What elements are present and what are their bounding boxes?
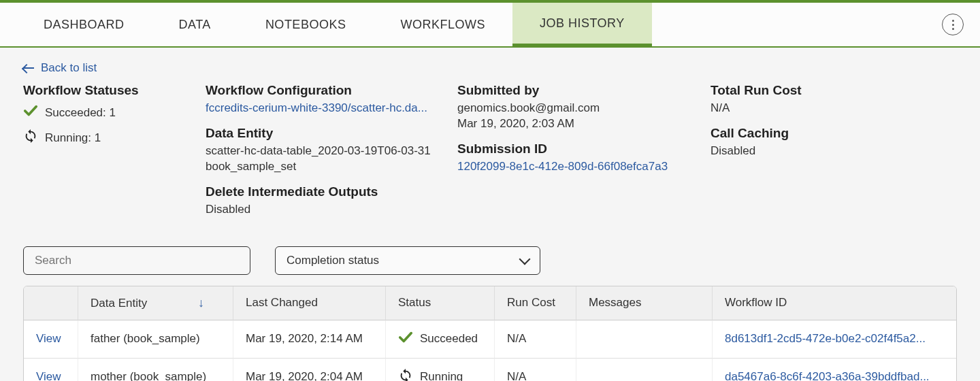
submitted-date: Mar 19, 2020, 2:03 AM xyxy=(457,116,698,132)
status-column: Workflow Statuses Succeeded: 1 Running: … xyxy=(23,83,206,227)
tab-data[interactable]: DATA xyxy=(152,3,238,46)
header-view xyxy=(24,286,78,320)
submission-id-value[interactable]: 120f2099-8e1c-412e-809d-66f08efca7a3 xyxy=(457,159,698,175)
config-column: Workflow Configuration fccredits-cerium-… xyxy=(206,83,457,227)
check-icon xyxy=(398,330,413,348)
cell-changed: Mar 19, 2020, 2:14 AM xyxy=(233,320,386,359)
header-run-cost[interactable]: Run Cost xyxy=(495,286,576,320)
back-link-label: Back to list xyxy=(41,61,97,75)
config-value[interactable]: fccredits-cerium-white-3390/scatter-hc.d… xyxy=(206,101,445,116)
back-to-list-link[interactable]: Back to list xyxy=(23,61,97,75)
entity-title: Data Entity xyxy=(206,126,445,141)
workflow-id-link[interactable]: da5467a6-8c6f-4203-a36a-39bddfbad... xyxy=(725,370,944,381)
content-area: Back to list Workflow Statuses Succeeded… xyxy=(0,48,980,381)
status-succeeded-label: Succeeded: 1 xyxy=(45,106,116,120)
workflow-id-link[interactable]: 8d613df1-2cd5-472e-b0e2-c02f4f5a2... xyxy=(725,332,944,346)
delete-outputs-value: Disabled xyxy=(206,202,445,218)
header-last-changed[interactable]: Last Changed xyxy=(233,286,386,320)
caching-value: Disabled xyxy=(710,144,902,159)
header-status[interactable]: Status xyxy=(386,286,495,320)
entity-line2: book_sample_set xyxy=(206,159,445,175)
cell-messages xyxy=(576,320,713,359)
cell-entity: mother (book_sample) xyxy=(78,359,233,381)
cost-value: N/A xyxy=(710,101,902,116)
arrow-left-icon xyxy=(23,64,35,72)
cell-cost: N/A xyxy=(495,320,576,359)
info-grid: Workflow Statuses Succeeded: 1 Running: … xyxy=(23,83,957,227)
submitted-email: genomics.book@gmail.com xyxy=(457,101,698,116)
header-workflow-id[interactable]: Workflow ID xyxy=(713,286,956,320)
status-succeeded: Succeeded: 1 xyxy=(23,103,193,122)
search-input[interactable] xyxy=(23,246,250,275)
table-row: View father (book_sample) Mar 19, 2020, … xyxy=(24,320,956,359)
view-link[interactable]: View xyxy=(36,370,61,381)
tab-job-history[interactable]: JOB HISTORY xyxy=(512,3,652,46)
status-running-label: Running: 1 xyxy=(45,131,101,145)
cell-messages xyxy=(576,359,713,381)
submitted-title: Submitted by xyxy=(457,83,698,98)
header-messages[interactable]: Messages xyxy=(576,286,713,320)
tab-workflows[interactable]: WORKFLOWS xyxy=(373,3,512,46)
sort-down-icon: ↓ xyxy=(198,296,204,310)
workflow-statuses-title: Workflow Statuses xyxy=(23,83,193,98)
cell-entity: father (book_sample) xyxy=(78,320,233,359)
cost-column: Total Run Cost N/A Call Caching Disabled xyxy=(710,83,915,227)
overflow-menu-button[interactable] xyxy=(942,14,964,35)
header-data-entity[interactable]: Data Entity ↓ xyxy=(78,286,233,320)
completion-status-select[interactable]: Completion status xyxy=(275,246,540,275)
filters-row: Completion status xyxy=(23,246,957,275)
delete-outputs-title: Delete Intermediate Outputs xyxy=(206,184,445,199)
workflow-table: Data Entity ↓ Last Changed Status Run Co… xyxy=(23,286,957,381)
view-link[interactable]: View xyxy=(36,332,61,345)
table-row: View mother (book_sample) Mar 19, 2020, … xyxy=(24,359,956,381)
config-title: Workflow Configuration xyxy=(206,83,445,98)
sync-icon xyxy=(23,129,38,147)
tab-dashboard[interactable]: DASHBOARD xyxy=(16,3,152,46)
tab-notebooks[interactable]: NOTEBOOKS xyxy=(238,3,374,46)
caching-title: Call Caching xyxy=(710,126,902,141)
submission-id-title: Submission ID xyxy=(457,142,698,156)
entity-line1: scatter-hc-data-table_2020-03-19T06-03-3… xyxy=(206,144,445,159)
cell-status: Running xyxy=(398,368,482,381)
nav-tabs-bar: DASHBOARD DATA NOTEBOOKS WORKFLOWS JOB H… xyxy=(0,3,980,48)
chevron-down-icon xyxy=(519,253,531,265)
status-running: Running: 1 xyxy=(23,129,193,147)
sync-icon xyxy=(398,368,413,381)
cell-changed: Mar 19, 2020, 2:04 AM xyxy=(233,359,386,381)
cell-status: Succeeded xyxy=(398,330,482,348)
submitted-column: Submitted by genomics.book@gmail.com Mar… xyxy=(457,83,710,227)
cost-title: Total Run Cost xyxy=(710,83,902,98)
completion-status-label: Completion status xyxy=(287,254,379,267)
cell-cost: N/A xyxy=(495,359,576,381)
check-icon xyxy=(23,103,38,122)
